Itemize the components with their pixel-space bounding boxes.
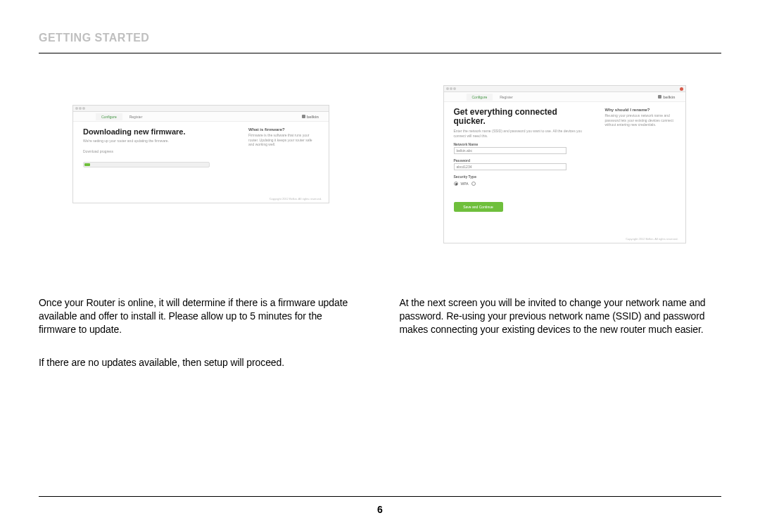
screenshot-subtext: We're setting up your router and updatin…	[83, 139, 234, 144]
sidebar-heading: What is firmware?	[248, 127, 319, 132]
field-label: Security Type	[454, 175, 591, 179]
sidebar-heading: Why should I rename?	[605, 108, 676, 112]
section-heading: GETTING STARTED	[39, 32, 721, 44]
body-paragraph: If there are no updates available, then …	[39, 356, 361, 369]
tab-item: Register	[494, 94, 519, 101]
screenshot-firmware-download: Configure Register belkin Downloading ne…	[72, 105, 329, 203]
body-paragraph: Once your Router is online, it will dete…	[39, 296, 361, 336]
divider-bottom	[39, 496, 721, 497]
tab-item: Configure	[467, 94, 493, 101]
radio-icon	[454, 182, 458, 186]
screenshot-network-setup: Configure Register belkin Get everything…	[443, 85, 686, 243]
page-number: 6	[0, 504, 760, 515]
screenshot-footer: Copyright 2012 Belkin. All rights reserv…	[626, 237, 678, 241]
screenshot-heading: Downloading new firmware.	[83, 127, 234, 136]
browser-chrome-bar	[73, 106, 329, 112]
brand-logo: belkin	[658, 95, 675, 99]
divider-top	[39, 53, 721, 53]
tab-item: Register	[124, 113, 148, 120]
radio-option: WPA	[461, 182, 469, 186]
screenshot-subtext: Enter the network name (SSID) and passwo…	[454, 129, 591, 138]
close-icon	[680, 87, 683, 91]
tab-item	[454, 94, 465, 101]
brand-logo: belkin	[302, 115, 319, 119]
screenshot-footer: Copyright 2012 Belkin. All rights reserv…	[270, 197, 322, 201]
body-paragraph: At the next screen you will be invited t…	[400, 296, 722, 336]
network-name-field: belkin.abc	[454, 147, 566, 154]
field-label: Network Name	[454, 142, 591, 146]
column-left: Configure Register belkin Downloading ne…	[39, 85, 361, 369]
tab-item: Configure	[96, 113, 122, 120]
field-label: Password	[454, 158, 591, 163]
sidebar-text: Reusing your previous network name and p…	[605, 113, 676, 127]
helper-text	[454, 190, 591, 195]
password-field: abcd1234	[454, 163, 566, 170]
column-right: Configure Register belkin Get everything…	[400, 85, 722, 369]
progress-bar	[83, 162, 210, 167]
browser-chrome-bar	[444, 86, 685, 92]
tab-item	[83, 113, 94, 120]
sidebar-text: Firmware is the software that runs your …	[248, 133, 319, 147]
radio-icon	[471, 182, 476, 186]
save-continue-button: Save and Continue	[454, 202, 503, 212]
screenshot-heading: Get everything connected quicker.	[454, 108, 591, 126]
progress-label: Download progress	[83, 149, 234, 154]
